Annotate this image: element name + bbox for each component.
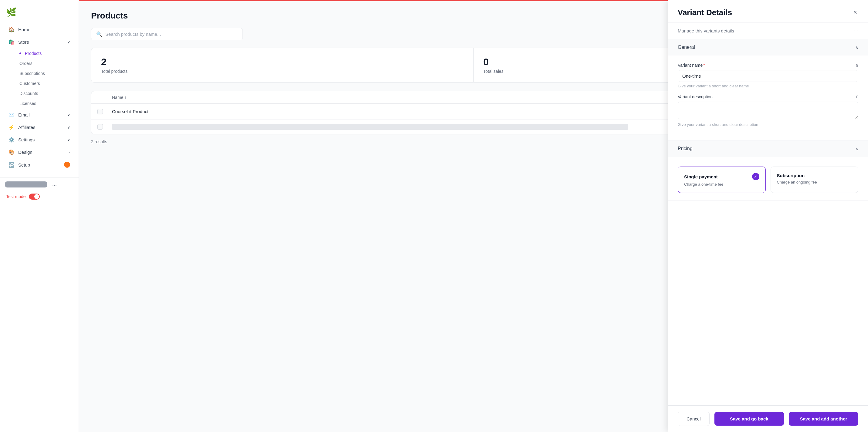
setup-badge	[64, 162, 70, 168]
stat-label-products: Total products	[101, 69, 464, 74]
settings-chevron-icon: ∨	[67, 138, 70, 142]
sidebar-item-label-store: Store	[18, 39, 29, 44]
sidebar-item-affiliates[interactable]: ⚡ Affiliates ∨	[2, 121, 76, 133]
sidebar-sub-label-licenses: Licenses	[20, 101, 36, 106]
single-payment-desc: Charge a one-time fee	[684, 182, 760, 187]
sidebar-item-label-design: Design	[18, 149, 32, 155]
sidebar-item-design[interactable]: 🎨 Design ›	[2, 146, 76, 158]
general-section-body: Variant name* 8 Give your variant a shor…	[668, 56, 868, 140]
sidebar-bottom: ...	[0, 177, 79, 191]
design-chevron-icon: ›	[69, 150, 70, 155]
sidebar-item-label-setup: Setup	[18, 162, 30, 167]
sidebar-item-customers[interactable]: Customers	[16, 78, 76, 88]
pricing-options: Single payment ✓ Charge a one-time fee S…	[678, 167, 858, 193]
general-section-title: General	[678, 44, 695, 50]
sidebar: 🌿 🏠 Home 🛍️ Store ∨ Products Orders Subs…	[0, 0, 79, 432]
variant-desc-count: 0	[856, 95, 858, 99]
variant-desc-field: Variant description 0 Give your variant …	[678, 94, 858, 127]
sidebar-item-email[interactable]: ✉️ Email ∨	[2, 109, 76, 121]
panel-subtitle-row: Manage this variants details ···	[668, 23, 868, 39]
variant-name-field: Variant name* 8 Give your variant a shor…	[678, 63, 858, 88]
search-placeholder-text: Search products by name...	[105, 32, 161, 37]
store-chevron-icon: ∨	[67, 40, 70, 44]
design-icon: 🎨	[8, 149, 14, 155]
settings-icon: ⚙️	[8, 137, 14, 142]
sidebar-item-discounts[interactable]: Discounts	[16, 89, 76, 98]
sidebar-item-subscriptions[interactable]: Subscriptions	[16, 69, 76, 78]
variant-desc-hint: Give your variant a short and clear desc…	[678, 122, 858, 127]
sidebar-sub-label-customers: Customers	[20, 81, 40, 86]
store-sub-items: Products Orders Subscriptions Customers …	[0, 48, 79, 109]
sidebar-item-home[interactable]: 🏠 Home	[2, 24, 76, 35]
setup-icon: ↩️	[8, 162, 14, 168]
test-mode-label: Test mode	[6, 194, 26, 199]
pricing-card-subscription[interactable]: Subscription Charge an ongoing fee	[771, 167, 859, 193]
stat-card-products: 2 Total products	[91, 48, 474, 82]
variant-name-hint: Give your variant a short and clear name	[678, 84, 858, 88]
variant-name-count: 8	[856, 63, 858, 68]
panel-more-options[interactable]: ···	[854, 28, 858, 34]
panel-title: Variant Details	[678, 8, 732, 17]
sidebar-more-dots[interactable]: ...	[52, 181, 57, 188]
sidebar-item-licenses[interactable]: Licenses	[16, 99, 76, 108]
pricing-section: Pricing ∧ Single payment ✓ Charge a one-…	[668, 140, 868, 201]
col-name[interactable]: Name ↑	[112, 95, 728, 100]
affiliates-icon: ⚡	[8, 124, 14, 130]
sidebar-sub-label-orders: Orders	[20, 61, 32, 66]
sidebar-sub-label-discounts: Discounts	[20, 91, 38, 96]
variant-desc-input[interactable]	[678, 102, 858, 119]
pricing-card-single[interactable]: Single payment ✓ Charge a one-time fee	[678, 167, 766, 193]
sidebar-item-label-affiliates: Affiliates	[18, 125, 35, 130]
test-mode-row: Test mode	[0, 191, 79, 202]
active-dot	[20, 53, 21, 54]
panel-subtitle: Manage this variants details	[678, 28, 734, 33]
search-bar[interactable]: 🔍 Search products by name...	[91, 28, 243, 40]
logo: 🌿	[0, 5, 79, 23]
variant-name-input[interactable]	[678, 70, 858, 82]
subscription-title: Subscription	[777, 173, 805, 178]
store-icon: 🛍️	[8, 39, 14, 45]
sidebar-item-label-email: Email	[18, 112, 30, 118]
sidebar-item-store[interactable]: 🛍️ Store ∨	[2, 36, 76, 48]
user-button[interactable]	[5, 181, 48, 188]
general-section-header[interactable]: General ∧	[668, 39, 868, 56]
test-mode-toggle[interactable]	[29, 194, 40, 200]
single-payment-check-icon: ✓	[752, 173, 760, 180]
skeleton-checkbox	[97, 124, 112, 130]
sidebar-item-label-home: Home	[18, 27, 30, 32]
panel-close-button[interactable]: ×	[852, 7, 858, 18]
cancel-button[interactable]: Cancel	[678, 412, 710, 426]
variant-desc-label: Variant description	[678, 94, 713, 99]
panel-footer: Cancel Save and go back Save and add ano…	[668, 405, 868, 432]
variant-name-label: Variant name*	[678, 63, 705, 68]
home-icon: 🏠	[8, 27, 14, 32]
email-icon: ✉️	[8, 112, 14, 118]
affiliates-chevron-icon: ∨	[67, 125, 70, 130]
general-chevron-icon: ∧	[855, 45, 858, 50]
pricing-section-header[interactable]: Pricing ∧	[668, 140, 868, 157]
search-icon: 🔍	[96, 31, 102, 37]
panel-header: Variant Details ×	[668, 0, 868, 23]
sidebar-item-label-settings: Settings	[18, 137, 35, 142]
email-chevron-icon: ∨	[67, 113, 70, 117]
sidebar-item-settings[interactable]: ⚙️ Settings ∨	[2, 134, 76, 145]
row-checkbox[interactable]	[97, 109, 112, 114]
panel-body: General ∧ Variant name* 8 Give your vari…	[668, 39, 868, 405]
product-name: CourseLit Product	[112, 109, 728, 114]
col-checkbox	[97, 95, 112, 100]
single-payment-title: Single payment	[684, 174, 718, 179]
sidebar-item-setup[interactable]: ↩️ Setup	[2, 159, 76, 171]
sidebar-sub-label-subscriptions: Subscriptions	[20, 71, 45, 76]
sidebar-item-orders[interactable]: Orders	[16, 59, 76, 68]
stat-value-products: 2	[101, 57, 464, 68]
variant-details-panel: Variant Details × Manage this variants d…	[668, 0, 868, 432]
save-go-back-button[interactable]: Save and go back	[714, 412, 784, 426]
save-add-another-button[interactable]: Save and add another	[789, 412, 858, 426]
subscription-desc: Charge an ongoing fee	[777, 180, 852, 185]
sort-icon: ↑	[124, 95, 127, 100]
sidebar-item-products[interactable]: Products	[16, 48, 76, 58]
col-name-label: Name	[112, 95, 123, 100]
logo-icon: 🌿	[6, 7, 17, 17]
sidebar-sub-label-products: Products	[25, 51, 41, 56]
pricing-chevron-icon: ∧	[855, 146, 858, 151]
